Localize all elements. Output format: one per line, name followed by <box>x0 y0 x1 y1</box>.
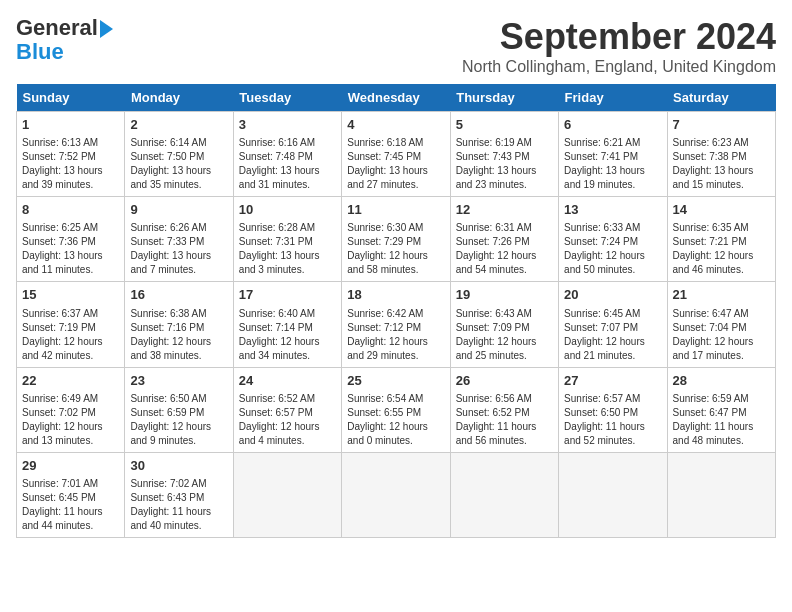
calendar-cell <box>667 452 775 537</box>
day-number: 10 <box>239 201 336 219</box>
day-detail: Sunrise: 6:30 AMSunset: 7:29 PMDaylight:… <box>347 221 444 277</box>
day-detail: Sunrise: 6:16 AMSunset: 7:48 PMDaylight:… <box>239 136 336 192</box>
calendar-cell: 9Sunrise: 6:26 AMSunset: 7:33 PMDaylight… <box>125 197 233 282</box>
day-number: 15 <box>22 286 119 304</box>
day-detail: Sunrise: 6:26 AMSunset: 7:33 PMDaylight:… <box>130 221 227 277</box>
calendar-cell: 8Sunrise: 6:25 AMSunset: 7:36 PMDaylight… <box>17 197 125 282</box>
calendar-week-row: 22Sunrise: 6:49 AMSunset: 7:02 PMDayligh… <box>17 367 776 452</box>
day-detail: Sunrise: 6:13 AMSunset: 7:52 PMDaylight:… <box>22 136 119 192</box>
day-detail: Sunrise: 6:47 AMSunset: 7:04 PMDaylight:… <box>673 307 770 363</box>
day-detail: Sunrise: 6:28 AMSunset: 7:31 PMDaylight:… <box>239 221 336 277</box>
day-number: 3 <box>239 116 336 134</box>
weekday-header-row: SundayMondayTuesdayWednesdayThursdayFrid… <box>17 84 776 112</box>
weekday-header-tuesday: Tuesday <box>233 84 341 112</box>
weekday-header-saturday: Saturday <box>667 84 775 112</box>
day-detail: Sunrise: 6:54 AMSunset: 6:55 PMDaylight:… <box>347 392 444 448</box>
calendar-cell: 3Sunrise: 6:16 AMSunset: 7:48 PMDaylight… <box>233 112 341 197</box>
calendar-cell: 15Sunrise: 6:37 AMSunset: 7:19 PMDayligh… <box>17 282 125 367</box>
day-detail: Sunrise: 7:02 AMSunset: 6:43 PMDaylight:… <box>130 477 227 533</box>
day-number: 6 <box>564 116 661 134</box>
calendar-cell <box>342 452 450 537</box>
calendar-cell: 7Sunrise: 6:23 AMSunset: 7:38 PMDaylight… <box>667 112 775 197</box>
month-title: September 2024 <box>462 16 776 58</box>
day-number: 23 <box>130 372 227 390</box>
calendar-cell <box>450 452 558 537</box>
day-detail: Sunrise: 6:25 AMSunset: 7:36 PMDaylight:… <box>22 221 119 277</box>
day-number: 8 <box>22 201 119 219</box>
calendar-cell: 30Sunrise: 7:02 AMSunset: 6:43 PMDayligh… <box>125 452 233 537</box>
day-detail: Sunrise: 6:37 AMSunset: 7:19 PMDaylight:… <box>22 307 119 363</box>
weekday-header-thursday: Thursday <box>450 84 558 112</box>
calendar-cell: 12Sunrise: 6:31 AMSunset: 7:26 PMDayligh… <box>450 197 558 282</box>
day-detail: Sunrise: 6:21 AMSunset: 7:41 PMDaylight:… <box>564 136 661 192</box>
weekday-header-wednesday: Wednesday <box>342 84 450 112</box>
calendar-cell: 4Sunrise: 6:18 AMSunset: 7:45 PMDaylight… <box>342 112 450 197</box>
day-number: 5 <box>456 116 553 134</box>
day-number: 29 <box>22 457 119 475</box>
day-number: 18 <box>347 286 444 304</box>
day-detail: Sunrise: 6:49 AMSunset: 7:02 PMDaylight:… <box>22 392 119 448</box>
day-detail: Sunrise: 6:33 AMSunset: 7:24 PMDaylight:… <box>564 221 661 277</box>
day-number: 28 <box>673 372 770 390</box>
day-detail: Sunrise: 6:40 AMSunset: 7:14 PMDaylight:… <box>239 307 336 363</box>
day-detail: Sunrise: 6:38 AMSunset: 7:16 PMDaylight:… <box>130 307 227 363</box>
calendar-cell: 17Sunrise: 6:40 AMSunset: 7:14 PMDayligh… <box>233 282 341 367</box>
calendar-cell: 22Sunrise: 6:49 AMSunset: 7:02 PMDayligh… <box>17 367 125 452</box>
title-area: September 2024 North Collingham, England… <box>462 16 776 76</box>
calendar-cell: 29Sunrise: 7:01 AMSunset: 6:45 PMDayligh… <box>17 452 125 537</box>
calendar-cell: 13Sunrise: 6:33 AMSunset: 7:24 PMDayligh… <box>559 197 667 282</box>
day-number: 12 <box>456 201 553 219</box>
calendar-week-row: 1Sunrise: 6:13 AMSunset: 7:52 PMDaylight… <box>17 112 776 197</box>
calendar-cell: 14Sunrise: 6:35 AMSunset: 7:21 PMDayligh… <box>667 197 775 282</box>
day-number: 27 <box>564 372 661 390</box>
day-number: 4 <box>347 116 444 134</box>
calendar-cell <box>559 452 667 537</box>
logo-text: General <box>16 16 113 40</box>
location-title: North Collingham, England, United Kingdo… <box>462 58 776 76</box>
day-detail: Sunrise: 6:42 AMSunset: 7:12 PMDaylight:… <box>347 307 444 363</box>
day-detail: Sunrise: 7:01 AMSunset: 6:45 PMDaylight:… <box>22 477 119 533</box>
calendar-cell: 23Sunrise: 6:50 AMSunset: 6:59 PMDayligh… <box>125 367 233 452</box>
calendar-week-row: 8Sunrise: 6:25 AMSunset: 7:36 PMDaylight… <box>17 197 776 282</box>
calendar-cell: 5Sunrise: 6:19 AMSunset: 7:43 PMDaylight… <box>450 112 558 197</box>
calendar-cell: 25Sunrise: 6:54 AMSunset: 6:55 PMDayligh… <box>342 367 450 452</box>
calendar-cell: 1Sunrise: 6:13 AMSunset: 7:52 PMDaylight… <box>17 112 125 197</box>
weekday-header-friday: Friday <box>559 84 667 112</box>
day-detail: Sunrise: 6:35 AMSunset: 7:21 PMDaylight:… <box>673 221 770 277</box>
day-detail: Sunrise: 6:14 AMSunset: 7:50 PMDaylight:… <box>130 136 227 192</box>
calendar-cell: 28Sunrise: 6:59 AMSunset: 6:47 PMDayligh… <box>667 367 775 452</box>
day-number: 26 <box>456 372 553 390</box>
calendar-cell: 16Sunrise: 6:38 AMSunset: 7:16 PMDayligh… <box>125 282 233 367</box>
day-detail: Sunrise: 6:50 AMSunset: 6:59 PMDaylight:… <box>130 392 227 448</box>
day-number: 21 <box>673 286 770 304</box>
day-detail: Sunrise: 6:57 AMSunset: 6:50 PMDaylight:… <box>564 392 661 448</box>
calendar-week-row: 29Sunrise: 7:01 AMSunset: 6:45 PMDayligh… <box>17 452 776 537</box>
calendar-cell: 10Sunrise: 6:28 AMSunset: 7:31 PMDayligh… <box>233 197 341 282</box>
weekday-header-sunday: Sunday <box>17 84 125 112</box>
day-number: 7 <box>673 116 770 134</box>
calendar-table: SundayMondayTuesdayWednesdayThursdayFrid… <box>16 84 776 538</box>
day-number: 14 <box>673 201 770 219</box>
calendar-cell: 2Sunrise: 6:14 AMSunset: 7:50 PMDaylight… <box>125 112 233 197</box>
calendar-cell: 11Sunrise: 6:30 AMSunset: 7:29 PMDayligh… <box>342 197 450 282</box>
day-number: 24 <box>239 372 336 390</box>
day-number: 20 <box>564 286 661 304</box>
day-detail: Sunrise: 6:52 AMSunset: 6:57 PMDaylight:… <box>239 392 336 448</box>
day-detail: Sunrise: 6:45 AMSunset: 7:07 PMDaylight:… <box>564 307 661 363</box>
logo-blue-text: Blue <box>16 39 64 64</box>
calendar-week-row: 15Sunrise: 6:37 AMSunset: 7:19 PMDayligh… <box>17 282 776 367</box>
calendar-cell: 24Sunrise: 6:52 AMSunset: 6:57 PMDayligh… <box>233 367 341 452</box>
calendar-cell: 26Sunrise: 6:56 AMSunset: 6:52 PMDayligh… <box>450 367 558 452</box>
calendar-cell: 18Sunrise: 6:42 AMSunset: 7:12 PMDayligh… <box>342 282 450 367</box>
day-number: 22 <box>22 372 119 390</box>
day-number: 17 <box>239 286 336 304</box>
day-number: 1 <box>22 116 119 134</box>
calendar-cell: 20Sunrise: 6:45 AMSunset: 7:07 PMDayligh… <box>559 282 667 367</box>
day-detail: Sunrise: 6:56 AMSunset: 6:52 PMDaylight:… <box>456 392 553 448</box>
day-detail: Sunrise: 6:43 AMSunset: 7:09 PMDaylight:… <box>456 307 553 363</box>
day-number: 30 <box>130 457 227 475</box>
day-number: 25 <box>347 372 444 390</box>
day-number: 9 <box>130 201 227 219</box>
day-detail: Sunrise: 6:18 AMSunset: 7:45 PMDaylight:… <box>347 136 444 192</box>
day-number: 11 <box>347 201 444 219</box>
